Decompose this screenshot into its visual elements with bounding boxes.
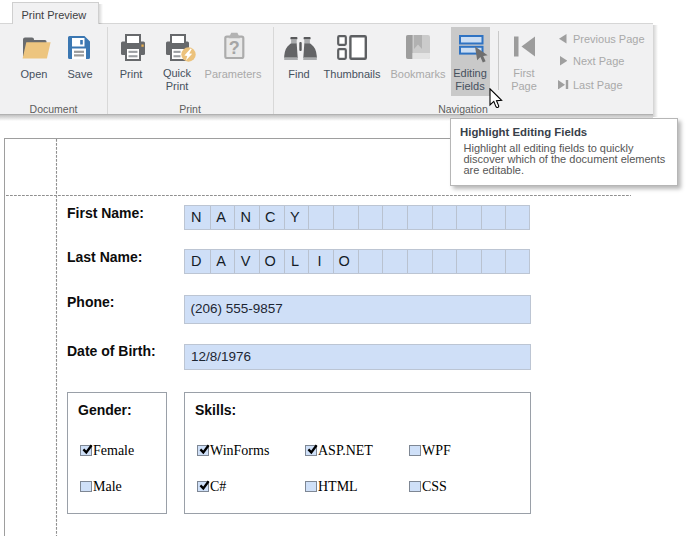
svg-text:?: ? <box>229 38 240 58</box>
